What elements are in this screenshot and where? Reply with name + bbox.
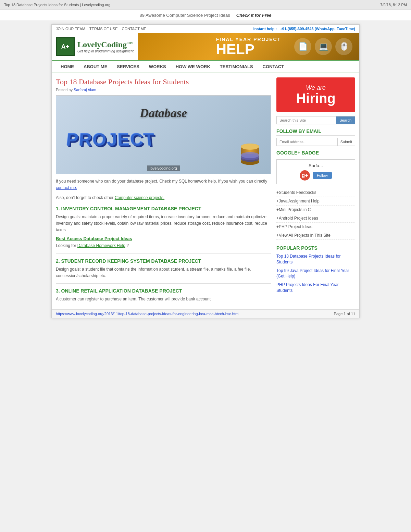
ad-text: 89 Awesome Computer Science Project Idea…	[140, 13, 230, 18]
instant-help: Instant help : +91-(855)-609-4546 (Whats…	[253, 27, 355, 31]
google-badge: Sarfa... g+ Follow	[276, 159, 355, 184]
search-input[interactable]	[277, 116, 336, 124]
ad-bar: 89 Awesome Computer Science Project Idea…	[0, 10, 411, 21]
banner-icons: 📄 💻 🖱️	[294, 38, 352, 55]
nav-contact[interactable]: CONTACT	[258, 61, 289, 73]
sidebar-link-3[interactable]: +Android Project Ideas	[276, 214, 355, 223]
google-badge-title: GOOGLE+ BADGE	[276, 150, 355, 157]
nav-how-we-work[interactable]: HOW WE WORK	[171, 61, 215, 73]
logo-name: LovelyCodingTM	[77, 40, 134, 49]
hiring-we-are: We are	[280, 84, 352, 91]
site-watermark: lovelycoding.org	[147, 165, 180, 171]
popular-post-2: PHP Projects Ideas For Final Year Studen…	[276, 282, 355, 294]
popular-post-1: Top 99 Java Project Ideas for Final Year…	[276, 268, 355, 280]
sidebar-link-1[interactable]: +Java Assignment Help	[276, 197, 355, 206]
cs-projects-link[interactable]: Computer science projects.	[115, 195, 164, 200]
right-column: We are Hiring Search FOLLOW BY EMAIL Sub…	[276, 77, 355, 305]
sidebar-link-2[interactable]: +Mini Projects in C	[276, 206, 355, 214]
search-box: Search	[276, 116, 355, 124]
main-content: Top 18 Database Projects Ideas for Stude…	[52, 73, 359, 309]
section-3-title: 3. ONLINE RETAIL APPLICATION DATABASE PR…	[56, 288, 271, 294]
logo-icon: A+	[56, 37, 75, 56]
popular-post-link-2[interactable]: PHP Projects Ideas For Final Year Studen…	[276, 282, 355, 294]
nav-services[interactable]: SERVICES	[112, 61, 144, 73]
email-subscribe: Submit	[276, 138, 355, 146]
logo-tm: TM	[127, 41, 133, 45]
db-homework-link[interactable]: Database Homework Help	[77, 243, 125, 248]
section-1-title: 1. INVENTORY CONTROL MANAGEMENT DATABASE…	[56, 206, 271, 212]
banner-text-block: FINAL YEAR PROJECT HELP	[216, 37, 281, 57]
section-1-desc: Design goals: maintain a proper variety …	[56, 214, 271, 234]
google-follow-button[interactable]: Follow	[313, 172, 332, 179]
bottom-bar: https://www.lovelycoding.org/2013/11/top…	[52, 309, 359, 318]
page-url: https://www.lovelycoding.org/2013/11/top…	[56, 312, 239, 316]
follow-email-title: FOLLOW BY EMAIL	[276, 128, 355, 136]
left-column: Top 18 Database Projects Ideas for Stude…	[56, 77, 276, 305]
popular-posts-list: Top 18 Database Projects Ideas for Stude…	[276, 253, 355, 294]
popular-post-0: Top 18 Database Projects Ideas for Stude…	[276, 253, 355, 265]
sidebar-link-4[interactable]: +PHP Project Ideas	[276, 223, 355, 231]
terms-of-use-link[interactable]: TERMS OF USE	[89, 27, 118, 31]
nav-works[interactable]: WORKS	[144, 61, 171, 73]
mouse-icon: 🖱️	[335, 38, 352, 55]
logo-icon-text: A+	[61, 43, 70, 50]
google-plus-icon: g+	[300, 170, 310, 181]
author-link[interactable]: Sarfaraj Alam	[74, 88, 96, 92]
intro-text: If you need someone who can do your data…	[56, 179, 267, 184]
database-text: Database	[140, 106, 187, 120]
looking-for-text: Looking for Database Homework Help ?	[56, 243, 271, 249]
best-access-link[interactable]: Best Access Database Project Ideas	[56, 236, 271, 241]
popular-posts-title: POPULAR POSTS	[276, 245, 355, 251]
hiring-hiring: Hiring	[280, 91, 352, 105]
top-links: JOIN OUR TEAM TERMS OF USE CONTACT ME	[56, 27, 146, 31]
contact-me-link[interactable]: CONTACT ME	[122, 27, 147, 31]
popular-post-link-0[interactable]: Top 18 Database Projects Ideas for Stude…	[276, 253, 355, 265]
join-our-team-link[interactable]: JOIN OUR TEAM	[56, 27, 85, 31]
browser-chrome: Top 18 Database Projects Ideas for Stude…	[0, 0, 411, 10]
section-3-desc: A customer can register to purchase an i…	[56, 296, 271, 302]
section-2-desc: Design goals: a student file that contai…	[56, 266, 271, 279]
banner-main: HELP	[216, 42, 281, 57]
email-input[interactable]	[277, 138, 337, 146]
page-wrapper: JOIN OUR TEAM TERMS OF USE CONTACT ME In…	[51, 24, 360, 318]
phone-number: +91-(855)-609-4546	[280, 27, 313, 31]
cylinder-graphic	[238, 141, 262, 169]
google-badge-follow: g+ Follow	[280, 170, 351, 181]
popular-post-link-1[interactable]: Top 99 Java Project Ideas for Final Year…	[276, 268, 355, 280]
logo-tagline: Get help in programming assignment	[77, 49, 134, 53]
svg-point-3	[241, 144, 259, 150]
divider-2	[56, 283, 271, 284]
nav-home[interactable]: HOME	[56, 61, 79, 73]
logo-area: A+ LovelyCodingTM Get help in programmin…	[52, 33, 138, 60]
project-text: PROJECT	[65, 129, 157, 150]
phone-note: (WhatsApp, FaceTime)	[315, 27, 355, 31]
email-submit-button[interactable]: Submit	[337, 138, 355, 146]
divider-1	[56, 253, 271, 254]
contact-link[interactable]: contact me.	[56, 185, 77, 190]
nav-bar: HOME ABOUT ME SERVICES WORKS HOW WE WORK…	[52, 60, 359, 73]
feature-image: Database PROJECT	[56, 95, 271, 174]
banner-right: FINAL YEAR PROJECT HELP 📄 💻 🖱️	[138, 33, 359, 60]
logo-text-area: LovelyCodingTM Get help in programming a…	[77, 40, 134, 53]
sidebar-links: +Students Feedbacks +Java Assignment Hel…	[276, 188, 355, 240]
sidebar-link-5[interactable]: +View All Projects in This Site	[276, 231, 355, 240]
also-check: Also, don't forget to check other Comput…	[56, 195, 271, 201]
hiring-banner[interactable]: We are Hiring	[276, 77, 355, 112]
article-title: Top 18 Database Projects Ideas for Stude…	[56, 77, 271, 86]
laptop-icon: 💻	[315, 38, 332, 55]
section-2-title: 2. STUDENT RECORD KEEPING SYSTEM DATABAS…	[56, 258, 271, 264]
ad-cta[interactable]: Check it for Free	[236, 13, 272, 18]
svg-point-6	[241, 152, 259, 158]
logo-banner: A+ LovelyCodingTM Get help in programmin…	[52, 33, 359, 60]
article-intro: If you need someone who can do your data…	[56, 178, 271, 191]
browser-title: Top 18 Database Projects Ideas for Stude…	[4, 3, 110, 7]
posted-by: Posted by Sarfaraj Alam	[56, 88, 271, 92]
nav-testimonials[interactable]: TESTIMONIALS	[215, 61, 258, 73]
sidebar-link-0[interactable]: +Students Feedbacks	[276, 188, 355, 197]
google-badge-name: Sarfa...	[280, 163, 351, 168]
search-button[interactable]: Search	[336, 116, 355, 124]
browser-time: 7/9/18, 8:12 PM	[380, 3, 407, 7]
nav-about-me[interactable]: ABOUT ME	[79, 61, 112, 73]
posted-by-label: Posted by	[56, 88, 73, 92]
document-icon: 📄	[294, 38, 311, 55]
